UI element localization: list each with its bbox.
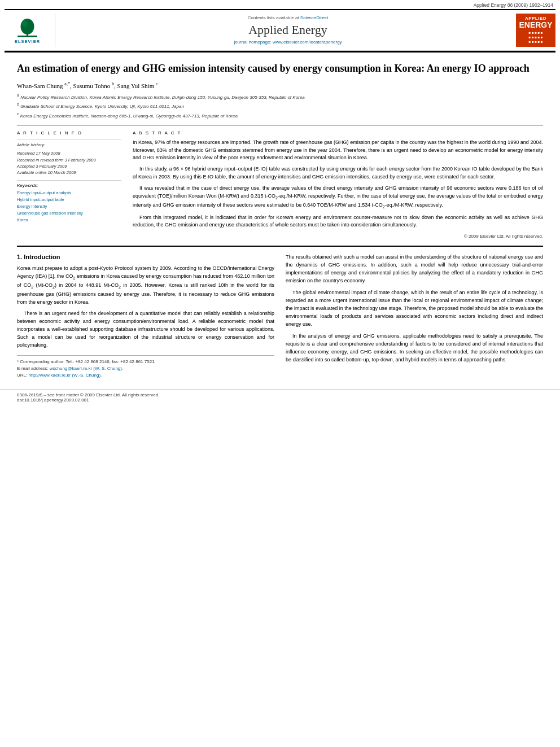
received-date: Received 17 May 2008: [17, 150, 121, 156]
article-info-header: A R T I C L E I N F O: [17, 130, 121, 136]
bottom-copyright: 0306-2619/$ – see front matter © 2009 El…: [0, 389, 560, 405]
header-divider: [17, 125, 543, 126]
abstract-para-2: In this study, a 96 × 96 hybrid energy i…: [133, 165, 543, 181]
keywords-title: Keywords:: [17, 183, 121, 188]
accepted-date: Accepted 3 February 2009: [17, 163, 121, 169]
svg-rect-3: [18, 36, 37, 37]
main-content: An estimation of energy and GHG emission…: [0, 53, 560, 383]
article-info-col: A R T I C L E I N F O Article history: R…: [17, 130, 121, 239]
copyright-line2: doi:10.1016/j.apenergy.2009.02.001: [17, 397, 543, 403]
footnote-email: E-mail address: wschung@kaeri.re.kr (W.-…: [17, 365, 274, 372]
footnote-corresponding: * Corresponding author. Tel.: +82 42 868…: [17, 359, 274, 365]
body-text-right: The results obtained with such a model c…: [286, 254, 543, 364]
abstract-para-1: In Korea, 97% of the energy resources ar…: [133, 139, 543, 163]
keyword-4: Greenhouse gas emission intensity: [17, 210, 121, 217]
revised-date: Received in revised form 3 February 2009: [17, 157, 121, 163]
keyword-5: Korea: [17, 217, 121, 224]
abstract-para-3: It was revealed that in the case of dire…: [133, 185, 543, 210]
available-date: Available online 10 March 2009: [17, 169, 121, 176]
abstract-text: In Korea, 97% of the energy resources ar…: [133, 139, 543, 230]
abstract-header: A B S T R A C T: [133, 130, 543, 136]
body-divider: [17, 246, 543, 247]
article-ref-line: Applied Energy 86 (2009) 1902–1914: [0, 0, 560, 9]
svg-point-1: [21, 19, 34, 34]
journal-center: Contents lists available at ScienceDirec…: [60, 14, 516, 47]
keyword-2: Hybrid input–output table: [17, 196, 121, 203]
body-columns: 1. Introduction Korea must prepare to ad…: [17, 254, 543, 379]
intro-para-1: Korea must prepare to adopt a post-Kyoto…: [17, 265, 274, 306]
abstract-copyright: © 2009 Elsevier Ltd. All rights reserved…: [133, 234, 543, 239]
applied-energy-badge: APPLIED ENERGY ■ ■ ■ ■ ■■ ■ ■ ■ ■■ ■ ■ ■…: [516, 14, 555, 47]
body-left-col: 1. Introduction Korea must prepare to ad…: [17, 254, 274, 379]
science-direct-line: Contents lists available at ScienceDirec…: [248, 15, 328, 20]
right-para-3: In the analysis of energy and GHG emissi…: [286, 333, 543, 364]
right-para-2: The global environmental impact of clima…: [286, 289, 543, 329]
affil-a: a Nuclear Policy Research Division, Kore…: [17, 93, 543, 101]
history-title: Article history:: [17, 142, 121, 149]
intro-para-2: There is an urgent need for the developm…: [17, 310, 274, 350]
science-direct-link[interactable]: ScienceDirect: [300, 15, 328, 20]
right-para-1: The results obtained with such a model c…: [286, 254, 543, 285]
article-history: Article history: Received 17 May 2008 Re…: [17, 139, 121, 176]
intro-section-title: 1. Introduction: [17, 254, 274, 260]
copyright-line1: 0306-2619/$ – see front matter © 2009 El…: [17, 392, 543, 397]
keyword-3: Energy intensity: [17, 203, 121, 210]
keyword-1: Energy input–output analysis: [17, 190, 121, 196]
authors-line: Whan-Sam Chung a,*, Susumu Tohno b, Sang…: [17, 81, 543, 89]
affil-c: c Korea Energy Economics Institute, Naes…: [17, 111, 543, 120]
journal-homepage: journal homepage: www.elsevier.com/locat…: [234, 40, 342, 45]
body-text-left: Korea must prepare to adopt a post-Kyoto…: [17, 265, 274, 350]
abstract-para-4: From this integrated model, it is indica…: [133, 214, 543, 230]
journal-title: Applied Energy: [248, 23, 327, 37]
svg-point-2: [22, 20, 28, 27]
elsevier-brand-text: ELSEVIER: [15, 39, 40, 44]
affiliations: a Nuclear Policy Research Division, Kore…: [17, 93, 543, 120]
footnote-url: URL: http://www.kaeri.re.kr (W.-S. Chung…: [17, 372, 274, 379]
affil-b: b Graduate School of Energy Science, Kyo…: [17, 102, 543, 110]
keywords-section: Keywords: Energy input–output analysis H…: [17, 180, 121, 224]
journal-header: ELSEVIER Contents lists available at Sci…: [5, 9, 555, 51]
body-right-col: The results obtained with such a model c…: [286, 254, 543, 379]
elsevier-logo: ELSEVIER: [5, 14, 55, 47]
info-abstract-columns: A R T I C L E I N F O Article history: R…: [17, 130, 543, 239]
elsevier-tree-icon: [12, 16, 43, 38]
abstract-col: A B S T R A C T In Korea, 97% of the ene…: [133, 130, 543, 239]
footnote: * Corresponding author. Tel.: +82 42 868…: [17, 355, 274, 379]
article-title: An estimation of energy and GHG emission…: [17, 62, 543, 76]
